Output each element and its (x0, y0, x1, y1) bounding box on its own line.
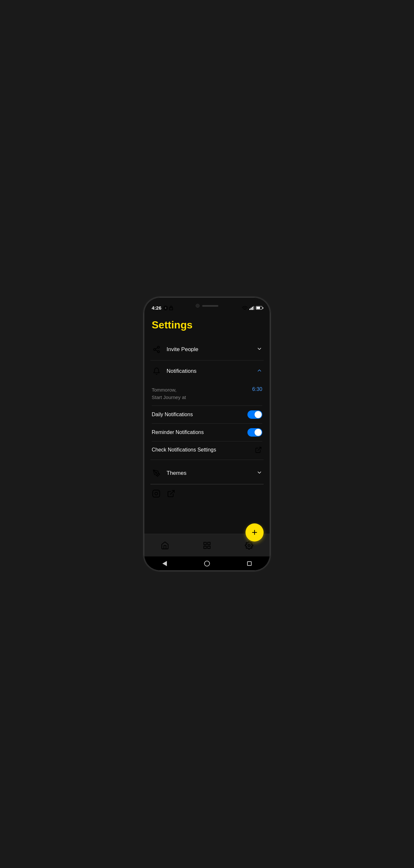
svg-point-19 (248, 544, 250, 547)
themes-chevron-down-icon (256, 470, 262, 477)
svg-line-14 (170, 490, 174, 494)
svg-line-8 (156, 348, 158, 349)
share-icon (152, 345, 162, 354)
grid-nav-item[interactable] (197, 537, 217, 554)
home-nav-item[interactable] (155, 537, 175, 554)
battery-icon (256, 306, 262, 310)
svg-rect-15 (204, 542, 206, 545)
svg-line-9 (258, 447, 261, 451)
android-recents-button[interactable] (247, 561, 252, 566)
notch-area (187, 301, 227, 310)
reminder-notifications-label: Reminder Notifications (152, 430, 204, 435)
bottom-bar-icons (150, 484, 264, 501)
fab-plus-icon: + (252, 528, 257, 537)
invite-people-item[interactable]: Invite People (150, 339, 264, 361)
status-left-icons (163, 306, 173, 310)
svg-rect-11 (153, 490, 160, 497)
status-icons (242, 306, 262, 310)
svg-rect-2 (170, 308, 173, 310)
main-content: Settings Invite People (144, 313, 270, 534)
svg-point-10 (156, 472, 157, 473)
android-back-button[interactable] (162, 561, 167, 566)
wifi-icon (242, 306, 248, 310)
external-link-icon (254, 446, 262, 454)
check-notifications-label: Check Notifications Settings (152, 447, 216, 453)
svg-rect-17 (204, 546, 206, 549)
svg-line-7 (156, 350, 158, 351)
daily-notifications-label: Daily Notifications (152, 412, 193, 417)
svg-point-12 (155, 492, 158, 495)
themes-item[interactable]: Themes (150, 463, 264, 484)
signal-icon (249, 306, 254, 310)
svg-rect-16 (208, 542, 210, 545)
daily-notifications-row: Daily Notifications (152, 406, 262, 424)
android-nav (144, 556, 270, 571)
reminder-text: Tommorow, Start Journey at (152, 386, 186, 401)
paintbrush-icon (152, 468, 162, 478)
screen: 4:26 (144, 297, 270, 571)
notifications-label: Notifications (167, 368, 256, 374)
speaker (202, 305, 218, 307)
reminder-notifications-toggle[interactable] (247, 428, 262, 437)
check-notifications-row[interactable]: Check Notifications Settings (152, 441, 262, 460)
svg-rect-18 (208, 546, 210, 549)
lock-icon (169, 306, 173, 310)
home-icon (161, 541, 169, 550)
svg-point-1 (165, 307, 166, 309)
settings-icon (245, 541, 253, 550)
themes-label: Themes (167, 470, 256, 476)
svg-point-3 (244, 310, 245, 310)
notification-reminder: Tommorow, Start Journey at 6:30 (152, 382, 262, 406)
share-external-bottom-icon[interactable] (167, 489, 176, 498)
daily-notifications-toggle[interactable] (247, 410, 262, 419)
invite-people-label: Invite People (167, 346, 256, 353)
circle-status-icon (163, 306, 168, 310)
notifications-item[interactable]: Notifications (150, 361, 264, 382)
reminder-time[interactable]: 6:30 (252, 386, 262, 392)
instagram-icon[interactable] (152, 489, 161, 498)
reminder-notifications-row: Reminder Notifications (152, 424, 262, 441)
fab-button[interactable]: + (245, 523, 264, 541)
notifications-chevron-up-icon (256, 368, 262, 375)
grid-icon (203, 541, 211, 550)
notifications-expanded: Tommorow, Start Journey at 6:30 Daily No… (150, 382, 264, 460)
bell-icon (152, 366, 162, 376)
invite-chevron-down-icon (256, 346, 262, 353)
phone-frame: 4:26 (144, 297, 270, 571)
camera (196, 304, 200, 308)
android-home-button[interactable] (204, 561, 210, 566)
status-time: 4:26 (152, 305, 162, 311)
page-title: Settings (150, 313, 264, 339)
